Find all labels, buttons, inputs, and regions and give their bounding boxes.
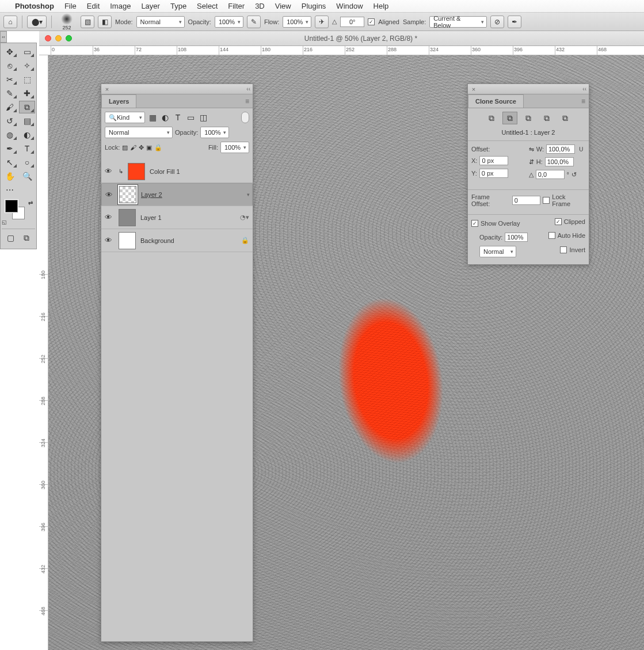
tool-preset-picker[interactable]: ⬤▾: [27, 16, 47, 28]
filter-smart-icon[interactable]: ◫: [198, 112, 208, 123]
shape-tool[interactable]: ○: [19, 156, 35, 169]
menu-file[interactable]: File: [64, 2, 77, 10]
app-name[interactable]: Photoshop: [15, 2, 54, 10]
layers-tab[interactable]: Layers: [101, 94, 136, 108]
panel-close-icon[interactable]: ×: [104, 86, 110, 93]
height-input[interactable]: 100,0%: [545, 157, 574, 166]
layer-thumb[interactable]: [128, 163, 145, 180]
clone-stamp-tool[interactable]: ⧉: [19, 101, 35, 113]
layer-name[interactable]: Color Fill 1: [150, 168, 180, 175]
filter-toggle[interactable]: [241, 112, 249, 123]
smart-filter-icon[interactable]: ◔▾: [240, 214, 249, 221]
clone-source-panel[interactable]: ×‹‹ Clone Source≡ ⧉ ⧉ ⧉ ⧉ ⧉ Untitled-1 :…: [467, 83, 589, 265]
clone-source-5[interactable]: ⧉: [558, 112, 573, 124]
reset-transform-icon[interactable]: ↺: [571, 171, 577, 178]
show-overlay-checkbox[interactable]: [471, 220, 478, 227]
frame-tool[interactable]: ⬚: [19, 73, 35, 86]
swap-colors-icon[interactable]: ⇄: [28, 200, 33, 206]
dodge-tool[interactable]: ◐: [19, 128, 35, 141]
screen-mode-toggle[interactable]: ⧉: [19, 231, 34, 244]
window-zoom[interactable]: [66, 35, 72, 41]
clipped-checkbox[interactable]: [555, 218, 562, 225]
pen-tool[interactable]: ✒: [2, 142, 18, 155]
width-input[interactable]: 100,0%: [546, 145, 575, 154]
panel-collapse-icon[interactable]: ‹‹: [246, 86, 250, 92]
vertical-ruler[interactable]: 180216252288324360396432468: [39, 55, 48, 650]
angle-input[interactable]: 0°: [340, 17, 364, 27]
brush-settings-button[interactable]: ▧: [81, 16, 94, 28]
autohide-checkbox[interactable]: [548, 232, 555, 239]
path-select-tool[interactable]: ↖: [2, 156, 18, 169]
pressure-opacity-icon[interactable]: ✎: [247, 16, 261, 28]
color-swatches[interactable]: ⇄ ◱: [2, 200, 35, 225]
menu-edit[interactable]: Edit: [87, 2, 100, 10]
foreground-color[interactable]: [5, 200, 18, 212]
offset-x-input[interactable]: 0 px: [479, 156, 508, 165]
sample-select[interactable]: Current & Below: [429, 16, 487, 28]
layer-name[interactable]: Background: [140, 237, 174, 244]
opacity-select[interactable]: 100%: [215, 16, 243, 28]
magic-wand-tool[interactable]: ✧: [19, 59, 35, 72]
layers-panel[interactable]: ×‹‹ Layers≡ 🔍 Kind ▦ ◐ T ▭ ◫ Normal Opac…: [101, 83, 253, 642]
quick-mask-toggle[interactable]: ▢: [3, 231, 18, 244]
fill-input[interactable]: 100%: [220, 142, 249, 153]
lock-all-icon[interactable]: 🔒: [154, 144, 162, 151]
menu-layer[interactable]: Layer: [141, 2, 160, 10]
lock-artboard-icon[interactable]: ▣: [146, 144, 152, 151]
filter-type-icon[interactable]: T: [173, 112, 183, 123]
edit-toolbar[interactable]: ⋯: [2, 184, 18, 196]
clone-source-4[interactable]: ⧉: [539, 112, 554, 124]
clone-source-3[interactable]: ⧉: [521, 112, 536, 124]
marquee-tool[interactable]: ▭: [19, 45, 35, 58]
panel-menu-icon[interactable]: ≡: [242, 95, 253, 108]
menu-help[interactable]: Help: [374, 2, 389, 10]
type-tool[interactable]: T: [19, 142, 35, 155]
layer-row-background[interactable]: 👁 Background 🔒: [101, 229, 253, 252]
layer-row-colorfill[interactable]: 👁 ↳ Color Fill 1: [101, 160, 253, 183]
clone-source-tab[interactable]: Clone Source: [468, 94, 524, 108]
panel-collapse-icon[interactable]: ‹‹: [582, 86, 586, 92]
layer-opacity-input[interactable]: 100%: [200, 127, 229, 138]
healing-tool[interactable]: ✚: [19, 87, 35, 100]
zoom-tool[interactable]: 🔍: [19, 170, 35, 183]
layer-thumb[interactable]: [119, 186, 136, 203]
filter-adj-icon[interactable]: ◐: [160, 112, 170, 123]
menu-type[interactable]: Type: [170, 2, 186, 10]
lock-image-icon[interactable]: 🖌: [130, 144, 136, 151]
menu-view[interactable]: View: [275, 2, 291, 10]
visibility-icon[interactable]: 👁: [105, 167, 114, 176]
pressure-size-icon[interactable]: ✒: [508, 16, 521, 28]
overlay-opacity-input[interactable]: 100%: [505, 233, 528, 242]
home-button[interactable]: ⌂: [3, 16, 17, 28]
brush-tool[interactable]: 🖌: [2, 101, 18, 113]
layer-thumb[interactable]: [119, 232, 136, 249]
lock-position-icon[interactable]: ✥: [139, 144, 144, 151]
rotate-input[interactable]: 0,0: [536, 170, 565, 179]
menu-image[interactable]: Image: [110, 2, 131, 10]
window-close[interactable]: [45, 35, 51, 41]
layer-filter-kind[interactable]: 🔍 Kind: [105, 112, 145, 123]
lasso-tool[interactable]: ⎋: [2, 59, 18, 72]
clone-source-button[interactable]: ◧: [98, 16, 112, 28]
lock-frame-checkbox[interactable]: [543, 197, 550, 204]
layer-row-layer2[interactable]: 👁 Layer 2: [101, 183, 253, 206]
flip-h-icon[interactable]: ⇋: [529, 146, 534, 153]
panel-menu-icon[interactable]: ≡: [578, 95, 589, 108]
overlay-blend-select[interactable]: Normal: [479, 246, 516, 257]
menu-select[interactable]: Select: [197, 2, 218, 10]
filter-pixel-icon[interactable]: ▦: [147, 112, 158, 123]
panel-close-icon[interactable]: ×: [470, 86, 477, 93]
aligned-checkbox[interactable]: [368, 18, 375, 25]
link-wh-icon[interactable]: ⊃: [577, 146, 585, 152]
layer-thumb[interactable]: [119, 209, 136, 226]
clone-source-2[interactable]: ⧉: [502, 112, 517, 124]
visibility-icon[interactable]: 👁: [105, 191, 115, 199]
flip-v-icon[interactable]: ⇵: [529, 158, 534, 166]
blur-tool[interactable]: ◍: [2, 128, 18, 141]
horizontal-ruler[interactable]: 03672108144180216252288324360396432468: [39, 46, 644, 55]
layer-name[interactable]: Layer 1: [140, 214, 162, 221]
layer-name[interactable]: Layer 2: [141, 191, 162, 198]
layer-row-layer1[interactable]: 👁 Layer 1 ◔▾: [101, 206, 253, 229]
visibility-icon[interactable]: 👁: [105, 213, 114, 222]
lock-transparency-icon[interactable]: ▨: [122, 144, 128, 151]
